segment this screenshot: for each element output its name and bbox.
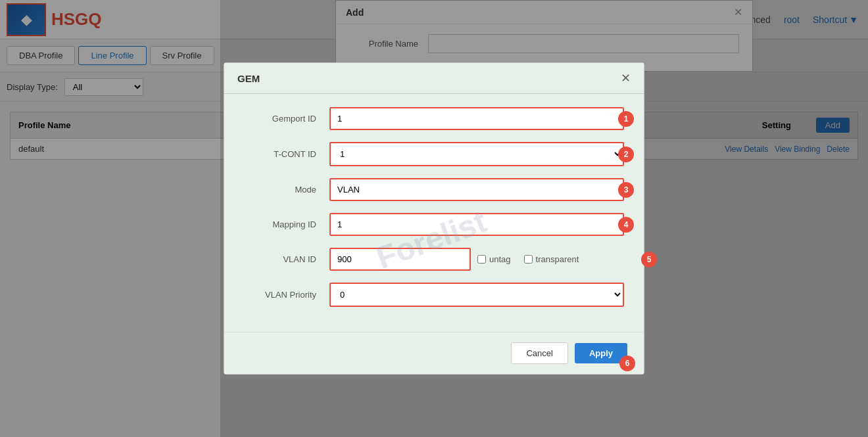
gem-close-icon[interactable]: ✕ — [621, 71, 631, 85]
vlan-priority-label: VLAN Priority — [244, 290, 329, 300]
gem-dialog-title: GEM — [237, 73, 260, 84]
gemport-id-row: Gemport ID 1 — [244, 107, 624, 130]
untag-checkbox-label[interactable]: untag — [477, 254, 511, 264]
gem-dialog-footer: Cancel Apply 6 — [224, 332, 644, 374]
gem-overlay: Forelist GEM ✕ Gemport ID 1 T-CONT ID 1 … — [0, 0, 868, 437]
gem-dialog: GEM ✕ Gemport ID 1 T-CONT ID 1 2 Mode — [224, 62, 644, 375]
gem-dialog-header: GEM ✕ — [224, 63, 644, 94]
vlan-priority-select[interactable]: 0 — [329, 283, 624, 307]
mode-row: Mode 3 — [244, 178, 624, 201]
transparent-checkbox[interactable] — [524, 255, 533, 264]
tcont-id-row: T-CONT ID 1 2 — [244, 142, 624, 166]
tcont-id-select[interactable]: 1 — [329, 142, 624, 166]
step-badge-5: 5 — [641, 252, 657, 267]
mode-label: Mode — [244, 185, 329, 195]
vlan-options: untag transparent — [477, 254, 579, 264]
tcont-id-label: T-CONT ID — [244, 149, 329, 159]
mapping-id-input[interactable] — [329, 213, 624, 236]
vlan-id-input[interactable] — [329, 248, 471, 271]
gemport-id-input[interactable] — [329, 107, 624, 130]
step-badge-6: 6 — [619, 356, 635, 371]
mode-input[interactable] — [329, 178, 624, 201]
vlan-id-row: VLAN ID untag transparent 5 — [244, 248, 624, 271]
untag-checkbox[interactable] — [477, 255, 486, 264]
transparent-checkbox-label[interactable]: transparent — [524, 254, 579, 264]
vlan-priority-row: VLAN Priority 0 — [244, 283, 624, 307]
mapping-id-row: Mapping ID 4 — [244, 213, 624, 236]
gem-dialog-body: Gemport ID 1 T-CONT ID 1 2 Mode 3 Mappin — [224, 94, 644, 332]
step-badge-1: 1 — [618, 111, 634, 127]
step-badge-4: 4 — [618, 217, 634, 233]
cancel-button[interactable]: Cancel — [511, 342, 567, 364]
step-badge-3: 3 — [618, 182, 634, 198]
mapping-id-label: Mapping ID — [244, 219, 329, 229]
gemport-id-label: Gemport ID — [244, 114, 329, 124]
step-badge-2: 2 — [618, 147, 634, 162]
vlan-id-label: VLAN ID — [244, 254, 329, 264]
